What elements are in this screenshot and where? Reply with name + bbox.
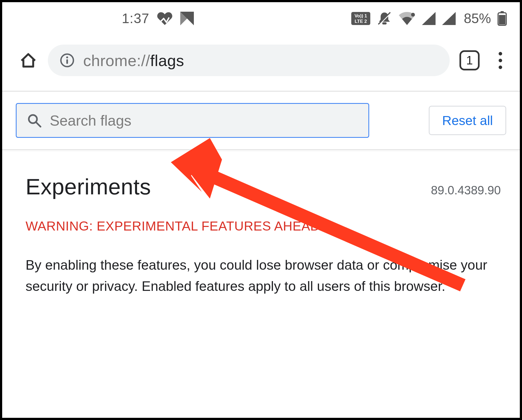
dnd-bell-off-icon	[377, 11, 392, 26]
battery-percent: 85%	[464, 11, 491, 26]
heart-health-icon	[157, 11, 173, 26]
status-bar: 1:37 Vo)) 1LTE 2 85	[2, 2, 520, 35]
svg-rect-14	[499, 15, 505, 24]
svg-text:Vo)) 1: Vo)) 1	[355, 13, 367, 18]
tab-switcher-button[interactable]: 1	[459, 50, 480, 70]
svg-marker-10	[422, 12, 436, 25]
chrome-version: 89.0.4389.90	[431, 183, 501, 197]
url-text: chrome://flags	[83, 51, 184, 70]
address-bar[interactable]: chrome://flags	[48, 45, 450, 76]
svg-text:LTE 2: LTE 2	[355, 19, 367, 24]
clock: 1:37	[122, 11, 149, 26]
overflow-menu-button[interactable]	[492, 50, 508, 71]
site-info-icon[interactable]	[60, 53, 74, 68]
reset-all-button[interactable]: Reset all	[429, 106, 506, 135]
warning-heading: WARNING: EXPERIMENTAL FEATURES AHEAD!	[26, 219, 501, 234]
svg-point-9	[411, 13, 415, 17]
battery-icon	[498, 11, 507, 26]
url-path: flags	[150, 52, 184, 69]
svg-rect-17	[66, 59, 68, 64]
flags-search-row: Reset all	[2, 92, 520, 150]
tab-count: 1	[466, 54, 473, 67]
browser-toolbar: chrome://flags 1	[2, 35, 520, 92]
svg-line-19	[36, 122, 41, 127]
svg-rect-6	[382, 22, 387, 24]
page-title: Experiments	[26, 174, 151, 200]
volte-icon: Vo)) 1LTE 2	[351, 12, 370, 25]
signal-sim2-icon	[442, 12, 456, 25]
status-left: 1:37	[2, 11, 194, 26]
flags-content: Experiments 89.0.4389.90 WARNING: EXPERI…	[2, 150, 520, 308]
search-icon	[27, 113, 42, 128]
wifi-icon	[399, 12, 415, 25]
svg-marker-11	[442, 12, 456, 25]
home-button[interactable]	[18, 51, 38, 70]
flags-search-input[interactable]	[50, 112, 358, 129]
url-scheme: chrome://	[83, 52, 150, 69]
reset-all-label: Reset all	[442, 113, 493, 128]
signal-sim1-icon	[422, 12, 436, 25]
warning-body: By enabling these features, you could lo…	[26, 255, 501, 297]
device-frame: 1:37 Vo)) 1LTE 2 85	[0, 0, 522, 420]
svg-point-16	[66, 57, 68, 58]
flags-search-box[interactable]	[16, 103, 369, 138]
app-square-icon	[180, 12, 194, 25]
status-right: Vo)) 1LTE 2 85%	[351, 11, 507, 26]
